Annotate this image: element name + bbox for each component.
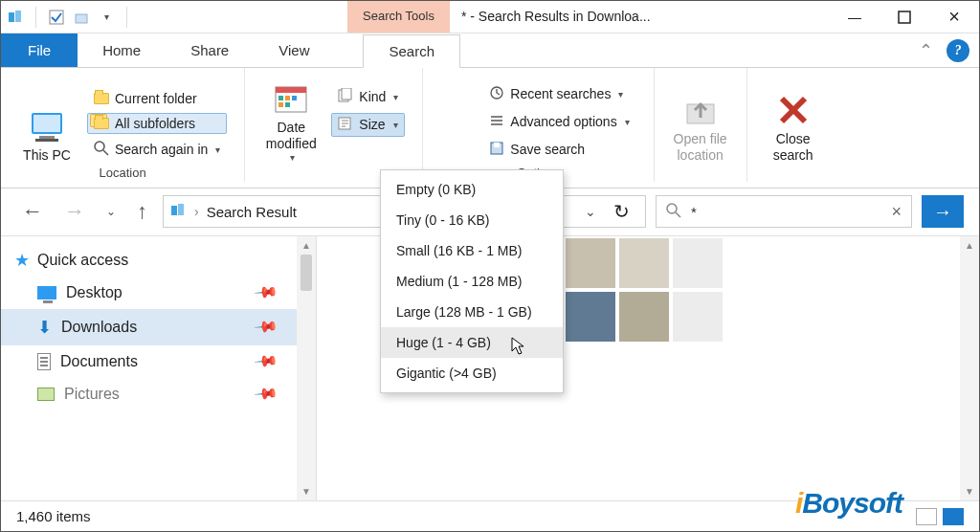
this-pc-button[interactable]: This PC bbox=[12, 101, 81, 164]
all-subfolders-label: All subfolders bbox=[115, 116, 195, 131]
search-go-button[interactable]: → bbox=[922, 195, 964, 228]
separator bbox=[35, 7, 36, 28]
thumbnail[interactable] bbox=[566, 292, 615, 342]
titlebar: ▾ Search Tools * - Search Results in Dow… bbox=[1, 1, 979, 33]
new-folder-icon[interactable] bbox=[73, 9, 90, 26]
open-file-location-button[interactable]: Open file location bbox=[666, 85, 735, 164]
search-box[interactable]: * × bbox=[656, 195, 912, 228]
date-modified-button[interactable]: Date modified ▾ bbox=[256, 74, 325, 164]
date-modified-label: Date modified bbox=[256, 120, 325, 152]
tab-home[interactable]: Home bbox=[78, 33, 166, 67]
content-scrollbar[interactable]: ▲ ▼ bbox=[960, 236, 979, 500]
group-label-location: Location bbox=[100, 166, 146, 180]
collapse-ribbon-button[interactable]: ⌃ bbox=[909, 33, 943, 67]
svg-line-10 bbox=[103, 150, 108, 155]
calendar-icon bbox=[270, 78, 312, 120]
sidebar-item-desktop[interactable]: Desktop 📌 bbox=[1, 277, 297, 309]
details-view-toggle[interactable] bbox=[916, 508, 937, 525]
current-folder-button[interactable]: Current folder bbox=[87, 88, 227, 109]
folder-icon bbox=[94, 93, 109, 104]
thumbnails-view-toggle[interactable] bbox=[943, 508, 964, 525]
pin-icon: 📌 bbox=[253, 381, 279, 407]
size-option-medium[interactable]: Medium (1 - 128 MB) bbox=[381, 266, 563, 297]
svg-rect-7 bbox=[39, 136, 55, 139]
save-search-button[interactable]: Save search bbox=[482, 138, 635, 162]
svg-rect-0 bbox=[9, 12, 14, 22]
thumbnail[interactable] bbox=[619, 292, 669, 342]
sidebar-scrollbar[interactable]: ▲ ▼ bbox=[297, 236, 316, 500]
all-subfolders-button[interactable]: All subfolders bbox=[87, 113, 227, 134]
ribbon-group-refine: Date modified ▾ Kind ▾ bbox=[245, 68, 423, 182]
scrollbar-thumb[interactable] bbox=[301, 255, 312, 291]
sidebar-item-label: Desktop bbox=[66, 284, 122, 301]
ribbon-group-options: Recent searches ▾ Advanced options ▾ bbox=[423, 68, 654, 182]
svg-rect-16 bbox=[278, 102, 283, 107]
size-label: Size bbox=[359, 117, 385, 132]
thumbnail[interactable] bbox=[673, 292, 723, 342]
scroll-up-icon[interactable]: ▲ bbox=[301, 240, 311, 251]
properties-checkbox-icon[interactable] bbox=[48, 9, 65, 26]
recent-searches-button[interactable]: Recent searches ▾ bbox=[482, 82, 635, 106]
scroll-down-icon[interactable]: ▼ bbox=[965, 486, 974, 497]
size-option-huge[interactable]: Huge (1 - 4 GB) bbox=[381, 327, 563, 358]
thumbnail[interactable] bbox=[619, 238, 669, 288]
close-search-button[interactable]: Close search bbox=[759, 85, 828, 164]
maximize-button[interactable] bbox=[880, 1, 929, 33]
svg-rect-1 bbox=[15, 11, 21, 22]
size-option-gigantic[interactable]: Gigantic (>4 GB) bbox=[381, 358, 563, 388]
sidebar-item-downloads[interactable]: ⬇ Downloads 📌 bbox=[1, 309, 297, 345]
search-again-in-button[interactable]: Search again in ▾ bbox=[87, 138, 227, 162]
svg-rect-19 bbox=[342, 88, 351, 100]
thumbnail[interactable] bbox=[566, 238, 615, 288]
chevron-down-icon: ▾ bbox=[393, 120, 398, 130]
tab-file[interactable]: File bbox=[1, 33, 78, 67]
sidebar-item-documents[interactable]: Documents 📌 bbox=[1, 345, 297, 378]
pictures-icon bbox=[37, 388, 55, 401]
kind-icon bbox=[338, 88, 353, 106]
size-option-tiny[interactable]: Tiny (0 - 16 KB) bbox=[381, 205, 563, 235]
svg-rect-12 bbox=[276, 87, 306, 93]
svg-point-35 bbox=[667, 204, 677, 213]
svg-rect-17 bbox=[285, 102, 290, 107]
navigation-pane: ★ Quick access Desktop 📌 ⬇ Downloads 📌 D… bbox=[1, 236, 317, 500]
scroll-up-icon[interactable]: ▲ bbox=[965, 240, 974, 251]
sidebar-item-pictures[interactable]: Pictures 📌 bbox=[1, 378, 297, 410]
file-explorer-window: ▾ Search Tools * - Search Results in Dow… bbox=[0, 0, 980, 532]
svg-line-36 bbox=[676, 212, 680, 217]
size-icon bbox=[338, 116, 353, 134]
up-button[interactable]: ↑ bbox=[131, 195, 153, 228]
recent-locations-button[interactable]: ⌄ bbox=[100, 201, 122, 222]
size-option-large[interactable]: Large (128 MB - 1 GB) bbox=[381, 297, 563, 327]
kind-button[interactable]: Kind ▾ bbox=[331, 85, 405, 109]
breadcrumb-separator-icon: › bbox=[194, 204, 199, 219]
tab-share[interactable]: Share bbox=[166, 33, 254, 67]
advanced-options-button[interactable]: Advanced options ▾ bbox=[482, 110, 635, 134]
svg-rect-29 bbox=[494, 143, 500, 147]
thumbnail[interactable] bbox=[673, 238, 723, 288]
clear-search-button[interactable]: × bbox=[881, 202, 911, 222]
size-option-empty[interactable]: Empty (0 KB) bbox=[381, 174, 563, 205]
qat-dropdown-icon[interactable]: ▾ bbox=[98, 9, 115, 26]
current-folder-label: Current folder bbox=[115, 91, 197, 106]
kind-label: Kind bbox=[359, 89, 386, 104]
tab-search[interactable]: Search bbox=[363, 34, 460, 68]
size-option-small[interactable]: Small (16 KB - 1 MB) bbox=[381, 235, 563, 266]
back-button[interactable]: ← bbox=[16, 195, 49, 228]
svg-rect-8 bbox=[35, 139, 58, 142]
refresh-button[interactable]: ↻ bbox=[604, 200, 639, 223]
address-dropdown-icon[interactable]: ⌄ bbox=[585, 204, 596, 219]
chevron-down-icon: ▾ bbox=[618, 89, 623, 100]
sidebar-item-label: Pictures bbox=[64, 386, 120, 403]
forward-button[interactable]: → bbox=[58, 195, 91, 228]
ribbon-group-close: Close search bbox=[747, 68, 839, 182]
size-button[interactable]: Size ▾ bbox=[331, 113, 405, 137]
help-button[interactable]: ? bbox=[947, 39, 969, 62]
minimize-button[interactable]: — bbox=[830, 1, 880, 33]
close-search-label: Close search bbox=[759, 131, 828, 164]
close-button[interactable]: × bbox=[929, 1, 979, 33]
window-title: * - Search Results in Downloa... bbox=[450, 1, 830, 33]
scroll-down-icon[interactable]: ▼ bbox=[301, 486, 311, 497]
tab-view[interactable]: View bbox=[254, 33, 334, 67]
this-pc-icon bbox=[26, 105, 68, 147]
quick-access-header[interactable]: ★ Quick access bbox=[1, 244, 297, 277]
